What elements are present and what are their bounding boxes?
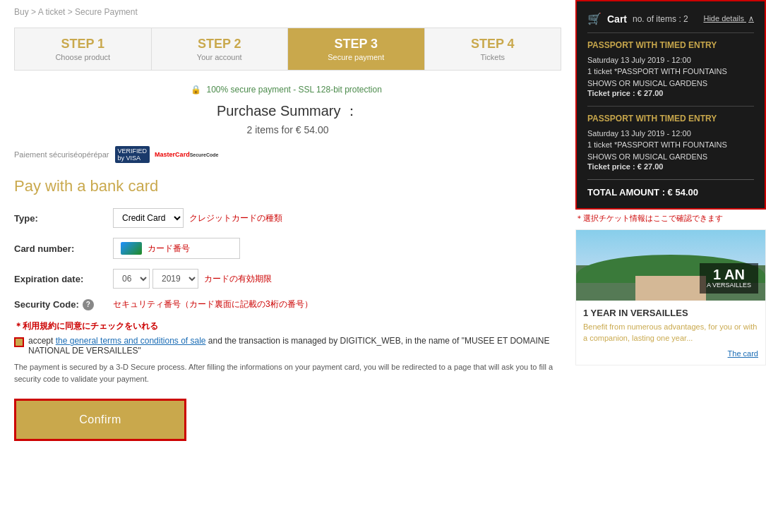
promo-badge: 1 AN A VERSAILLES bbox=[700, 263, 758, 294]
step-3-number: STEP 3 bbox=[295, 37, 417, 52]
cart-item-2-price: Ticket price : € 27.00 bbox=[587, 162, 754, 171]
promo-badge-sub: A VERSAILLES bbox=[707, 282, 751, 289]
step-2-number: STEP 2 bbox=[159, 37, 281, 52]
step-4-number: STEP 4 bbox=[432, 37, 554, 52]
type-row: Type: Credit Card Debit Card クレジットカードの種類 bbox=[14, 208, 561, 228]
confirm-button[interactable]: Confirm bbox=[14, 399, 186, 441]
promo-badge-num: 1 AN bbox=[707, 267, 751, 282]
promo-desc: Benefit from numerous advantages, for yo… bbox=[583, 322, 758, 344]
terms-text: accept the general terms and conditions … bbox=[28, 336, 561, 356]
card-number-row: Card number: カード番号 bbox=[14, 238, 561, 259]
security-label: Security Code: ? bbox=[14, 299, 113, 310]
cart-divider-2 bbox=[587, 106, 754, 107]
purchase-summary-title: Purchase Summary ： bbox=[14, 102, 561, 121]
step-4-label: Tickets bbox=[432, 53, 554, 61]
cart-item-2-date: Saturday 13 July 2019 - 12:00 bbox=[587, 128, 754, 140]
confirm-button-wrapper: Confirm bbox=[14, 399, 561, 441]
promo-chateau bbox=[635, 276, 706, 301]
payment-form: Type: Credit Card Debit Card クレジットカードの種類… bbox=[14, 208, 561, 310]
step-3[interactable]: STEP 3 Secure payment bbox=[288, 28, 425, 70]
step-1-label: Choose product bbox=[22, 53, 144, 61]
exp-year-select[interactable]: 2019 2020 2021 2022 bbox=[152, 269, 198, 289]
security-hint: セキュリティ番号（カード裏面に記載の3桁の番号） bbox=[113, 298, 313, 310]
cart-panel: 🛒 Cart no. of items : 2 Hide details ∧ P… bbox=[575, 0, 766, 210]
promo-title: 1 YEAR IN VERSAILLES bbox=[583, 308, 758, 318]
hide-details-link[interactable]: Hide details ∧ bbox=[703, 14, 754, 23]
breadcrumb-ticket[interactable]: A ticket bbox=[38, 7, 66, 17]
terms-checkbox-row: accept the general terms and conditions … bbox=[14, 336, 561, 356]
expiration-row: Expiration date: 06 01 02 03 04 05 07 08 bbox=[14, 269, 561, 289]
terms-checkbox[interactable] bbox=[14, 337, 24, 347]
expiration-control: 06 01 02 03 04 05 07 08 09 10 11 12 bbox=[113, 269, 272, 289]
cart-item-1-price: Ticket price : € 27.00 bbox=[587, 89, 754, 97]
card-number-input[interactable]: カード番号 bbox=[113, 238, 240, 259]
secure-badge-text: 100% secure payment - SSL 128-bit protec… bbox=[206, 85, 381, 95]
breadcrumb-sep1: > bbox=[31, 7, 38, 17]
card-number-label: Card number: bbox=[14, 243, 113, 254]
purchase-summary: Purchase Summary ： 2 items for € 54.00 bbox=[14, 102, 561, 135]
purchase-summary-items: 2 items for € 54.00 bbox=[14, 124, 561, 135]
cart-title-row: 🛒 Cart no. of items : 2 bbox=[587, 12, 688, 25]
promo-content: 1 YEAR IN VERSAILLES Benefit from numero… bbox=[576, 301, 765, 365]
terms-warning: ＊利用規約に同意にチェックをいれる bbox=[14, 320, 561, 332]
cart-note: ＊選択チケット情報はここで確認できます bbox=[575, 213, 766, 224]
sidebar: 🛒 Cart no. of items : 2 Hide details ∧ P… bbox=[575, 0, 766, 532]
exp-selects: 06 01 02 03 04 05 07 08 09 10 11 12 bbox=[113, 269, 198, 289]
chevron-up-icon: ∧ bbox=[748, 14, 754, 23]
cart-header: 🛒 Cart no. of items : 2 Hide details ∧ bbox=[587, 12, 754, 25]
cart-total-text: TOTAL AMOUNT : € 54.00 bbox=[587, 187, 698, 198]
cart-item-2-ticket: 1 ticket *PASSPORT WITH FOUNTAINS SHOWS … bbox=[587, 139, 754, 162]
security-code-row: Security Code: ? セキュリティ番号（カード裏面に記載の3桁の番号… bbox=[14, 298, 561, 310]
terms-link[interactable]: the general terms and conditions of sale bbox=[56, 336, 206, 346]
secure-badge: 🔒 100% secure payment - SSL 128-bit prot… bbox=[14, 85, 561, 95]
cart-title: Cart bbox=[607, 13, 627, 25]
cart-item-1-date: Saturday 13 July 2019 - 12:00 bbox=[587, 54, 754, 66]
step-1-number: STEP 1 bbox=[22, 37, 144, 52]
promo-link[interactable]: The card bbox=[583, 349, 758, 358]
terms-info: The payment is secured by a 3-D Secure p… bbox=[14, 361, 561, 385]
payment-logos: Paiement sécuriséopérépar VERIFIEDby VIS… bbox=[14, 146, 561, 163]
verified-visa-logo: VERIFIEDby VISA bbox=[115, 146, 150, 163]
help-icon[interactable]: ? bbox=[83, 299, 94, 310]
step-3-label: Secure payment bbox=[295, 53, 417, 61]
card-icon bbox=[121, 242, 142, 255]
promo-image: 1 AN A VERSAILLES bbox=[576, 230, 765, 301]
card-type-select[interactable]: Credit Card Debit Card bbox=[113, 208, 184, 228]
cart-total: TOTAL AMOUNT : € 54.00 bbox=[587, 179, 754, 198]
exp-hint: カードの有効期限 bbox=[204, 273, 272, 285]
card-number-control: カード番号 bbox=[113, 238, 240, 259]
mastercard-logo: MasterCardSecureCode bbox=[155, 151, 218, 158]
step-2-label: Your account bbox=[159, 53, 281, 61]
breadcrumb: Buy > A ticket > Secure Payment bbox=[14, 7, 561, 17]
cart-item-1-ticket: 1 ticket *PASSPORT WITH FOUNTAINS SHOWS … bbox=[587, 66, 754, 89]
cart-count: no. of items : 2 bbox=[633, 14, 688, 24]
breadcrumb-buy[interactable]: Buy bbox=[14, 7, 29, 17]
cart-item-1: PASSPORT WITH TIMED ENTRY Saturday 13 Ju… bbox=[587, 40, 754, 97]
step-1[interactable]: STEP 1 Choose product bbox=[15, 28, 152, 70]
step-2[interactable]: STEP 2 Your account bbox=[152, 28, 289, 70]
bank-card-title: Pay with a bank card bbox=[14, 177, 561, 195]
terms-section: ＊利用規約に同意にチェックをいれる accept the general ter… bbox=[14, 320, 561, 385]
type-control: Credit Card Debit Card クレジットカードの種類 bbox=[113, 208, 282, 228]
step-4[interactable]: STEP 4 Tickets bbox=[425, 28, 561, 70]
payment-logos-text: Paiement sécuriséopérépar bbox=[14, 150, 109, 159]
promo-panel: 1 AN A VERSAILLES 1 YEAR IN VERSAILLES B… bbox=[575, 229, 766, 365]
lock-icon: 🔒 bbox=[191, 85, 201, 95]
exp-month-select[interactable]: 06 01 02 03 04 05 07 08 09 10 11 12 bbox=[113, 269, 150, 289]
type-label: Type: bbox=[14, 213, 113, 224]
cart-item-1-title: PASSPORT WITH TIMED ENTRY bbox=[587, 40, 754, 52]
cart-item-2: PASSPORT WITH TIMED ENTRY Saturday 13 Ju… bbox=[587, 114, 754, 171]
cart-item-2-title: PASSPORT WITH TIMED ENTRY bbox=[587, 114, 754, 125]
card-number-placeholder: カード番号 bbox=[148, 243, 190, 255]
breadcrumb-current: Secure Payment bbox=[75, 7, 138, 17]
type-hint: クレジットカードの種類 bbox=[189, 212, 282, 224]
cart-divider-1 bbox=[587, 32, 754, 33]
expiration-label: Expiration date: bbox=[14, 274, 113, 284]
security-control: セキュリティ番号（カード裏面に記載の3桁の番号） bbox=[113, 298, 313, 310]
breadcrumb-sep2: > bbox=[68, 7, 75, 17]
cart-icon: 🛒 bbox=[587, 12, 602, 25]
steps-bar: STEP 1 Choose product STEP 2 Your accoun… bbox=[14, 28, 561, 71]
